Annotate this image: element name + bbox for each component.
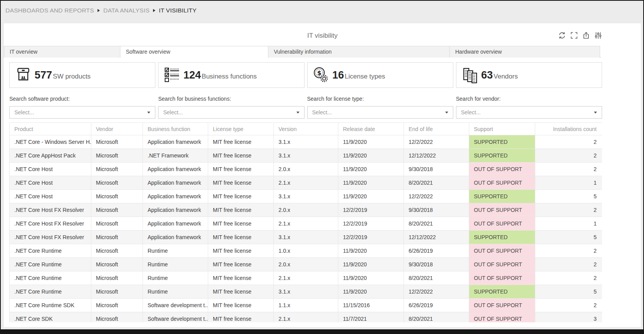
table-cell-license-type: MIT free license <box>208 231 274 244</box>
table-cell-end-of-life: 12/12/2022 <box>404 149 469 163</box>
breadcrumb-item-dashboards-and-reports[interactable]: DASHBOARDS AND REPORTS <box>5 7 94 14</box>
column-header-support[interactable]: Support <box>469 123 535 135</box>
table-cell-installations-count: 5 <box>535 231 602 244</box>
table-cell-license-type: MIT free license <box>208 299 274 312</box>
table-cell-business-function: .NET Framework <box>143 149 208 163</box>
table-cell-vendor: Microsoft <box>91 299 143 312</box>
table-row[interactable]: .NET Core Host FX ResolverMicrosoftAppli… <box>10 231 602 244</box>
filter-settings-icon[interactable] <box>594 31 602 39</box>
table-cell-license-type: MIT free license <box>208 244 274 258</box>
table-cell-support: OUT OF SUPPORT <box>469 203 535 217</box>
column-header-business-function[interactable]: Business function <box>143 123 208 135</box>
table-row[interactable]: .NET Core SDKMicrosoftSoftware developme… <box>10 312 602 323</box>
table-row[interactable]: .NET Core AppHost PackMicrosoft.NET Fram… <box>10 149 602 163</box>
stat-cards: 577SW products124Business functions16Lic… <box>9 62 602 88</box>
table-cell-business-function: Application framework <box>143 190 208 203</box>
column-header-end-of-life[interactable]: End of life <box>404 123 469 135</box>
stat-label: SW products <box>53 73 91 80</box>
column-header-product[interactable]: Product <box>10 123 91 135</box>
table-row[interactable]: .NET Core RuntimeMicrosoftRuntimeMIT fre… <box>10 258 602 271</box>
table-cell-product: .NET Core Host <box>10 176 91 190</box>
package-icon <box>15 66 32 84</box>
page-title: IT visibility <box>4 32 641 40</box>
export-icon[interactable] <box>582 31 590 39</box>
tab-vulnerability-information[interactable]: Vulnerability information <box>268 46 450 58</box>
table-cell-vendor: Microsoft <box>91 244 143 258</box>
table-cell-end-of-life: 6/26/2019 <box>404 244 469 258</box>
table-cell-version: 2.0.x <box>274 258 338 271</box>
table-cell-license-type: MIT free license <box>208 312 274 323</box>
search-software-product-select[interactable]: Select... <box>9 106 155 119</box>
tab-software-overview[interactable]: Software overview <box>120 46 268 58</box>
table-row[interactable]: .NET Core Runtime SDKMicrosoftSoftware d… <box>10 299 602 312</box>
table-row[interactable]: .NET Core RuntimeMicrosoftRuntimeMIT fre… <box>10 271 602 285</box>
table-row[interactable]: .NET Core RuntimeMicrosoftRuntimeMIT fre… <box>10 285 602 299</box>
table-cell-support: OUT OF SUPPORT <box>469 163 535 176</box>
table-row[interactable]: .NET Core HostMicrosoftApplication frame… <box>10 176 602 190</box>
table-cell-product: .NET Core Runtime <box>10 285 91 299</box>
table-cell-business-function: Application framework <box>143 217 208 231</box>
table-cell-license-type: MIT free license <box>208 190 274 203</box>
tab-it-overview[interactable]: IT overview <box>4 46 120 58</box>
filter-label: Search for business functions: <box>158 96 304 103</box>
search-for-license-type-select[interactable]: Select... <box>307 106 453 119</box>
stat-text: 16License types <box>332 69 385 81</box>
table-cell-business-function: Application framework <box>143 176 208 190</box>
column-header-installations-count[interactable]: Installations count <box>535 123 602 135</box>
table-cell-vendor: Microsoft <box>91 149 143 163</box>
software-table-wrap: ProductVendorBusiness functionLicense ty… <box>9 122 602 322</box>
table-row[interactable]: .NET Core Host FX ResolverMicrosoftAppli… <box>10 217 602 231</box>
table-row[interactable]: .NET Core - Windows Server H...Microsoft… <box>10 135 602 149</box>
chevron-down-icon <box>445 112 448 114</box>
table-cell-license-type: MIT free license <box>208 176 274 190</box>
stat-card-sw-products: 577SW products <box>9 62 155 88</box>
table-cell-business-function: Application framework <box>143 135 208 149</box>
breadcrumb-item-it-visibility[interactable]: IT VISIBILITY <box>159 7 197 14</box>
table-row[interactable]: .NET Core HostMicrosoftApplication frame… <box>10 190 602 203</box>
table-row[interactable]: .NET Core RuntimeMicrosoftRuntimeMIT fre… <box>10 244 602 258</box>
table-row[interactable]: .NET Core Host FX ResolverMicrosoftAppli… <box>10 203 602 217</box>
filter-search-for-vendor: Search for vendor:Select... <box>456 96 602 119</box>
column-header-release-date[interactable]: Release date <box>338 123 404 135</box>
table-cell-license-type: MIT free license <box>208 217 274 231</box>
search-for-vendor-select[interactable]: Select... <box>456 106 602 119</box>
table-cell-product: .NET Core - Windows Server H... <box>10 135 91 149</box>
table-cell-business-function: Application framework <box>143 231 208 244</box>
breadcrumb-separator-icon <box>97 9 100 12</box>
refresh-icon[interactable] <box>558 31 566 39</box>
table-cell-version: 2.1.x <box>274 217 338 231</box>
stat-label: Business functions <box>202 73 257 80</box>
table-cell-end-of-life: 9/30/2018 <box>404 163 469 176</box>
table-cell-product: .NET Core Host <box>10 190 91 203</box>
table-cell-version: 2.0.x <box>274 203 338 217</box>
table-cell-product: .NET Core AppHost Pack <box>10 149 91 163</box>
table-cell-release-date: 12/2/2019 <box>338 217 404 231</box>
table-cell-end-of-life: 12/2/2022 <box>404 190 469 203</box>
table-cell-installations-count: 1 <box>535 176 602 190</box>
table-cell-vendor: Microsoft <box>91 271 143 285</box>
table-cell-release-date: 11/7/2021 <box>338 312 404 323</box>
table-cell-license-type: MIT free license <box>208 271 274 285</box>
fullscreen-icon[interactable] <box>570 31 578 39</box>
table-cell-version: 2.1.x <box>274 176 338 190</box>
table-cell-business-function: Application framework <box>143 203 208 217</box>
table-cell-support: OUT OF SUPPORT <box>469 299 535 312</box>
column-header-license-type[interactable]: License type <box>208 123 274 135</box>
stat-card-business-functions: 124Business functions <box>158 62 304 88</box>
table-cell-release-date: 12/2/2019 <box>338 231 404 244</box>
select-placeholder: Select... <box>312 109 332 115</box>
table-cell-installations-count: 2 <box>535 149 602 163</box>
filter-label: Search for vendor: <box>456 96 602 103</box>
search-for-business-functions-select[interactable]: Select... <box>158 106 304 119</box>
column-header-vendor[interactable]: Vendor <box>91 123 143 135</box>
column-header-version[interactable]: Version <box>274 123 338 135</box>
stat-text: 124Business functions <box>183 69 257 81</box>
table-cell-end-of-life: 8/20/2021 <box>404 271 469 285</box>
stat-value: 124 <box>183 69 201 81</box>
tab-hardware-overview[interactable]: Hardware overview <box>449 46 600 58</box>
breadcrumb-separator-icon <box>153 9 155 12</box>
table-cell-version: 1.0.x <box>274 244 338 258</box>
breadcrumb-item-data-analysis[interactable]: DATA ANALYSIS <box>103 7 150 14</box>
table-cell-support: OUT OF SUPPORT <box>469 176 535 190</box>
table-row[interactable]: .NET Core HostMicrosoftApplication frame… <box>10 163 602 176</box>
